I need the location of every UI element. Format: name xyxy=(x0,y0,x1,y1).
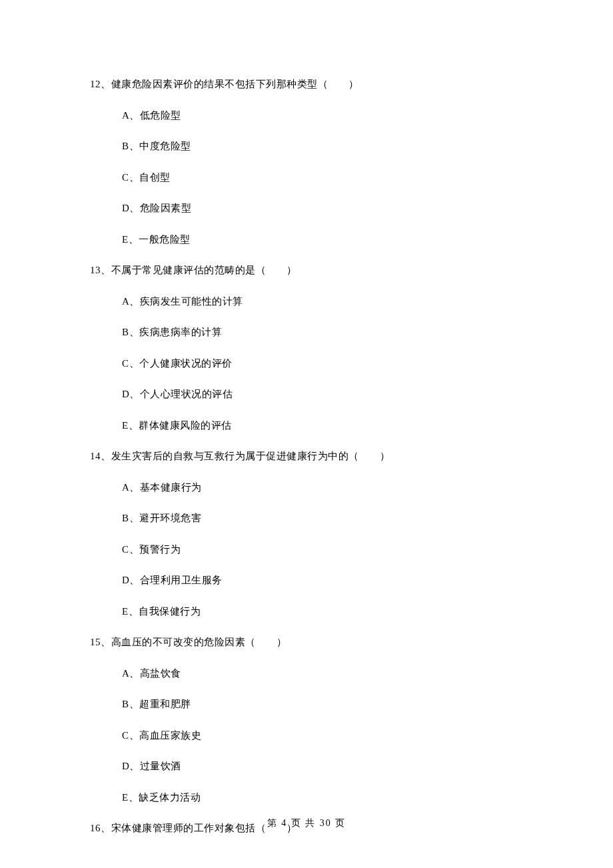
question-15-options: A、高盐饮食 B、超重和肥胖 C、高血压家族史 D、过量饮酒 E、缺乏体力活动 xyxy=(90,666,523,805)
option-13-b: B、疾病患病率的计算 xyxy=(122,325,523,340)
option-12-e: E、一般危险型 xyxy=(122,232,523,247)
option-14-c: C、预警行为 xyxy=(122,542,523,557)
question-15-text: 15、高血压的不可改变的危险因素（ ） xyxy=(90,635,523,650)
question-body: 健康危险因素评价的结果不包括下列那种类型（ ） xyxy=(111,79,359,89)
question-body: 高血压的不可改变的危险因素（ ） xyxy=(111,637,287,647)
option-13-d: D、个人心理状况的评估 xyxy=(122,387,523,402)
option-13-a: A、疾病发生可能性的计算 xyxy=(122,294,523,309)
question-number: 15、 xyxy=(90,637,111,647)
question-12: 12、健康危险因素评价的结果不包括下列那种类型（ ） A、低危险型 B、中度危险… xyxy=(90,77,523,247)
question-15: 15、高血压的不可改变的危险因素（ ） A、高盐饮食 B、超重和肥胖 C、高血压… xyxy=(90,635,523,805)
option-15-a: A、高盐饮食 xyxy=(122,666,523,681)
question-body: 不属于常见健康评估的范畴的是（ ） xyxy=(111,265,297,275)
option-15-b: B、超重和肥胖 xyxy=(122,697,523,712)
question-13-options: A、疾病发生可能性的计算 B、疾病患病率的计算 C、个人健康状况的评价 D、个人… xyxy=(90,294,523,433)
question-body: 发生灾害后的自救与互救行为属于促进健康行为中的（ ） xyxy=(111,451,390,461)
question-12-text: 12、健康危险因素评价的结果不包括下列那种类型（ ） xyxy=(90,77,523,92)
option-13-e: E、群体健康风险的评估 xyxy=(122,418,523,433)
question-12-options: A、低危险型 B、中度危险型 C、自创型 D、危险因素型 E、一般危险型 xyxy=(90,108,523,247)
question-number: 12、 xyxy=(90,79,111,89)
option-12-d: D、危险因素型 xyxy=(122,201,523,216)
question-13: 13、不属于常见健康评估的范畴的是（ ） A、疾病发生可能性的计算 B、疾病患病… xyxy=(90,263,523,433)
option-13-c: C、个人健康状况的评价 xyxy=(122,356,523,371)
option-15-d: D、过量饮酒 xyxy=(122,759,523,774)
option-15-c: C、高血压家族史 xyxy=(122,728,523,743)
question-number: 13、 xyxy=(90,265,111,275)
option-14-a: A、基本健康行为 xyxy=(122,480,523,495)
option-14-b: B、避开环境危害 xyxy=(122,511,523,526)
option-14-e: E、自我保健行为 xyxy=(122,604,523,619)
option-12-a: A、低危险型 xyxy=(122,108,523,123)
question-13-text: 13、不属于常见健康评估的范畴的是（ ） xyxy=(90,263,523,278)
question-number: 14、 xyxy=(90,451,111,461)
option-12-b: B、中度危险型 xyxy=(122,139,523,154)
option-14-d: D、合理利用卫生服务 xyxy=(122,573,523,588)
question-14: 14、发生灾害后的自救与互救行为属于促进健康行为中的（ ） A、基本健康行为 B… xyxy=(90,449,523,619)
page-content: 12、健康危险因素评价的结果不包括下列那种类型（ ） A、低危险型 B、中度危险… xyxy=(0,0,613,836)
option-15-e: E、缺乏体力活动 xyxy=(122,790,523,805)
page-footer: 第 4 页 共 30 页 xyxy=(0,817,613,829)
question-14-options: A、基本健康行为 B、避开环境危害 C、预警行为 D、合理利用卫生服务 E、自我… xyxy=(90,480,523,619)
option-12-c: C、自创型 xyxy=(122,170,523,185)
question-14-text: 14、发生灾害后的自救与互救行为属于促进健康行为中的（ ） xyxy=(90,449,523,464)
